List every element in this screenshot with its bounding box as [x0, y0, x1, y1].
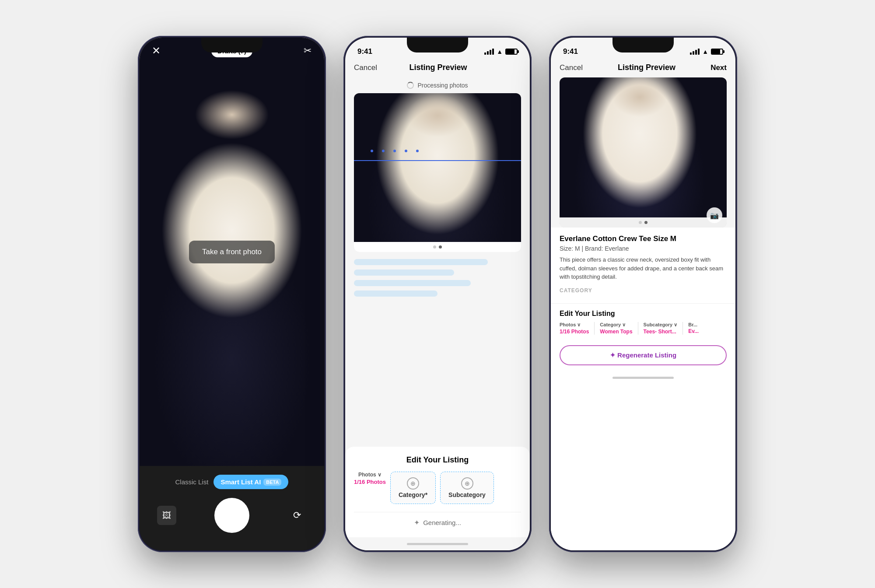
- tab-divider-2: [638, 322, 638, 335]
- wifi-icon: ▲: [497, 48, 503, 55]
- skeleton-line-1: [354, 259, 488, 265]
- phone-3: 9:41 ▲ Cancel Listing Prev: [549, 36, 737, 552]
- beta-badge: BETA: [263, 479, 281, 486]
- home-bar-3: [612, 377, 674, 379]
- signal-bar-3: [490, 50, 491, 55]
- brand-label-3: Br...: [688, 322, 697, 327]
- signal-icon: [484, 49, 494, 55]
- listing-preview-title-3: Listing Preview: [618, 63, 676, 72]
- subcategory-label-3: Subcategory ∨: [644, 322, 678, 328]
- scan-dot-2: [382, 150, 385, 152]
- processing-label: Processing photos: [417, 82, 468, 89]
- battery-fill-3: [712, 49, 720, 54]
- edit-listing-section-3: Edit Your Listing Photos ∨ 1/16 Photos C…: [551, 303, 735, 341]
- battery-fill: [506, 49, 514, 54]
- result-dot-1: [639, 221, 642, 224]
- notch-1: [201, 38, 262, 52]
- result-screen: 9:41 ▲ Cancel Listing Prev: [551, 38, 735, 550]
- brand-value-3: Ev...: [688, 328, 699, 334]
- status-time-3: 9:41: [563, 47, 578, 56]
- result-dot-2: [644, 221, 648, 224]
- processing-screen: 9:41 ▲ Cancel Listing Prev: [345, 38, 530, 550]
- processing-spinner: [407, 82, 414, 89]
- tab-divider-3: [682, 322, 683, 335]
- category-label-3: Category ∨: [600, 322, 626, 328]
- flip-camera-button[interactable]: ⟳: [287, 506, 307, 525]
- nav-bar-3: Cancel Listing Preview Next: [551, 60, 735, 77]
- cancel-button-3[interactable]: Cancel: [560, 63, 583, 72]
- listing-preview-title-2: Listing Preview: [409, 63, 467, 72]
- listing-image-2: [354, 93, 521, 242]
- mode-selector: Classic List Smart List AI BETA: [175, 475, 289, 489]
- generating-bar: ✦ Generating...: [354, 512, 521, 533]
- result-info: Everlane Cotton Crew Tee Size M Size: M …: [551, 228, 735, 303]
- tab-divider-1: [594, 322, 595, 335]
- photos-tab-value: 1/16 Photos: [354, 479, 386, 485]
- cancel-button-2[interactable]: Cancel: [354, 63, 377, 72]
- battery-icon: [505, 49, 518, 55]
- notch-3: [612, 38, 674, 52]
- phone-1: ✕ Drafts (7) ✂ Take a front photo Classi…: [138, 36, 326, 552]
- listing-meta: Size: M | Brand: Everlane: [560, 245, 727, 252]
- status-time-2: 9:41: [357, 47, 372, 56]
- scan-dot-3: [393, 150, 396, 152]
- home-bar-2: [407, 543, 468, 545]
- status-icons-2: ▲: [484, 48, 518, 55]
- close-button[interactable]: ✕: [148, 43, 164, 59]
- camera-overlay-icon[interactable]: 📷: [707, 207, 722, 223]
- result-image: [560, 77, 727, 217]
- next-button-3[interactable]: Next: [710, 63, 727, 72]
- subcategory-tab-label: Subcategory: [448, 491, 486, 498]
- result-content: Everlane Cotton Crew Tee Size M Size: M …: [551, 228, 735, 550]
- signal-bar-2: [487, 51, 489, 55]
- signal-bar-3-4: [698, 49, 700, 55]
- edit-tabs-2: Photos ∨ 1/16 Photos ⊕ Category* ⊕ Subca…: [354, 472, 521, 508]
- category-tab-label: Category*: [399, 491, 427, 498]
- image-dot-1: [433, 245, 436, 248]
- category-value-3: Women Tops: [600, 329, 632, 335]
- signal-bar-3-3: [695, 50, 697, 55]
- subcategory-value-3: Tees- Short...: [644, 329, 676, 335]
- photos-tab-2[interactable]: Photos ∨ 1/16 Photos: [354, 472, 386, 504]
- photos-value-3: 1/16 Photos: [560, 329, 589, 335]
- image-dot-2: [439, 245, 442, 248]
- person-image-3: [560, 77, 727, 217]
- nav-bar-2: Cancel Listing Preview: [345, 60, 530, 77]
- signal-bar-3-2: [693, 51, 694, 55]
- scan-dot-4: [405, 150, 407, 152]
- regenerate-button[interactable]: ✦ Regenerate Listing: [560, 345, 727, 365]
- skeleton-line-3: [354, 280, 471, 286]
- subcategory-tab-2[interactable]: ⊕ Subcategory: [440, 472, 494, 504]
- classic-mode-label[interactable]: Classic List: [175, 478, 209, 486]
- scan-dot-1: [371, 150, 373, 152]
- brand-tab-3[interactable]: Br... Ev...: [688, 322, 699, 335]
- category-tab-3[interactable]: Category ∨ Women Tops: [600, 322, 632, 335]
- signal-bar-1: [484, 52, 486, 55]
- listing-title: Everlane Cotton Crew Tee Size M: [560, 234, 727, 243]
- smart-mode-button[interactable]: Smart List AI BETA: [214, 475, 288, 489]
- category-icon: ⊕: [407, 477, 419, 490]
- wifi-icon-3: ▲: [702, 48, 708, 55]
- person-image-2: [354, 93, 521, 242]
- scan-line: [354, 160, 521, 161]
- category-tab-2[interactable]: ⊕ Category*: [390, 472, 436, 504]
- subcategory-tab-3[interactable]: Subcategory ∨ Tees- Short...: [644, 322, 678, 335]
- listing-image-container-2: [354, 93, 521, 252]
- signal-bar-4: [492, 49, 494, 55]
- phone-2: 9:41 ▲ Cancel Listing Prev: [343, 36, 532, 552]
- image-dots-2: [354, 242, 521, 252]
- signal-bar-3-1: [690, 52, 692, 55]
- photos-tab-3[interactable]: Photos ∨ 1/16 Photos: [560, 322, 589, 335]
- gallery-button[interactable]: 🖼: [157, 506, 176, 525]
- subcategory-icon: ⊕: [461, 477, 473, 490]
- edit-tabs-3: Photos ∨ 1/16 Photos Category ∨ Women To…: [560, 322, 727, 336]
- image-dots-3: [560, 217, 727, 228]
- edit-listing-title-2: Edit Your Listing: [354, 455, 521, 465]
- loading-skeleton: [345, 252, 530, 304]
- notch-2: [407, 38, 468, 52]
- status-icons-3: ▲: [690, 48, 723, 55]
- scan-dot-5: [416, 150, 419, 152]
- shutter-button[interactable]: [214, 498, 249, 533]
- skeleton-line-4: [354, 290, 438, 297]
- scissors-button[interactable]: ✂: [300, 43, 315, 59]
